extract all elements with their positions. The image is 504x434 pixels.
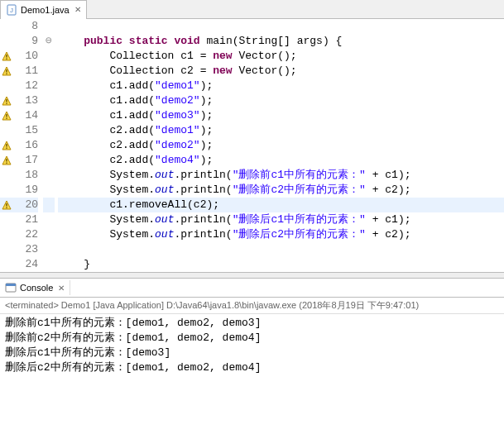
marker-cell xyxy=(0,168,13,183)
code-line[interactable]: c2.add("demo2"); xyxy=(58,138,504,153)
code-line[interactable]: } xyxy=(58,257,504,272)
marker-cell xyxy=(0,34,13,49)
line-number: 22 xyxy=(13,227,38,242)
line-number: 21 xyxy=(13,212,38,227)
line-number: 12 xyxy=(13,79,38,93)
line-number: 14 xyxy=(13,108,38,123)
fold-cell xyxy=(43,108,55,123)
code-line[interactable]: c1.add("demo3"); xyxy=(58,108,504,123)
marker-cell xyxy=(0,257,13,272)
console-icon xyxy=(5,282,17,293)
fold-cell xyxy=(43,79,55,93)
marker-cell xyxy=(0,212,13,227)
svg-rect-22 xyxy=(6,207,7,208)
code-line[interactable]: Collection c2 = new Vector(); xyxy=(58,64,504,79)
line-number: 15 xyxy=(13,123,38,138)
fold-cell[interactable]: ⊖ xyxy=(43,34,55,49)
marker-cell xyxy=(0,79,13,93)
line-number: 16 xyxy=(13,138,38,153)
console-line: 删除后c1中所有的元素：[demo3] xyxy=(5,346,499,360)
code-area[interactable]: public static void main(String[] args) {… xyxy=(55,19,504,272)
fold-gutter: ⊖ xyxy=(43,19,55,272)
svg-rect-3 xyxy=(6,55,7,58)
close-icon[interactable]: ✕ xyxy=(74,5,81,14)
close-icon[interactable]: ✕ xyxy=(58,284,65,293)
marker-gutter xyxy=(0,19,13,272)
editor-tab[interactable]: J Demo1.java ✕ xyxy=(0,0,87,19)
line-number: 19 xyxy=(13,183,38,198)
console-tab[interactable]: Console ✕ xyxy=(0,280,70,295)
svg-rect-18 xyxy=(6,159,7,162)
code-line[interactable]: System.out.println("删除后c1中所有的元素：" + c1); xyxy=(58,212,504,227)
marker-cell xyxy=(0,242,13,257)
console-status: <terminated> Demo1 [Java Application] D:… xyxy=(0,298,504,314)
code-editor[interactable]: 89101112131415161718192021222324 ⊖ publi… xyxy=(0,19,504,272)
marker-cell xyxy=(0,198,13,212)
editor-tab-label: Demo1.java xyxy=(21,5,70,15)
line-number: 9 xyxy=(13,34,38,49)
sash[interactable] xyxy=(0,272,504,279)
marker-cell xyxy=(0,108,13,123)
marker-cell xyxy=(0,64,13,79)
line-number: 23 xyxy=(13,242,38,257)
code-line[interactable]: System.out.println("删除前c1中所有的元素：" + c1); xyxy=(58,168,504,183)
console-line: 删除前c1中所有的元素：[demo1, demo2, demo3] xyxy=(5,316,499,331)
marker-cell xyxy=(0,138,13,153)
marker-cell xyxy=(0,153,13,168)
code-line[interactable]: System.out.println("删除后c2中所有的元素：" + c2); xyxy=(58,227,504,242)
fold-cell xyxy=(43,198,55,212)
code-line[interactable] xyxy=(58,19,504,34)
svg-rect-12 xyxy=(6,114,7,117)
fold-cell xyxy=(43,168,55,183)
line-number: 24 xyxy=(13,257,38,272)
fold-cell xyxy=(43,183,55,198)
fold-cell xyxy=(43,93,55,108)
code-line[interactable]: public static void main(String[] args) { xyxy=(58,34,504,49)
svg-rect-15 xyxy=(6,144,7,147)
svg-text:J: J xyxy=(10,7,13,14)
fold-cell xyxy=(43,19,55,34)
svg-rect-9 xyxy=(6,99,7,103)
line-number: 8 xyxy=(13,19,38,34)
svg-rect-24 xyxy=(6,284,16,286)
line-number: 18 xyxy=(13,168,38,183)
console-tab-bar: Console ✕ xyxy=(0,279,504,298)
code-line[interactable]: c2.add("demo1"); xyxy=(58,123,504,138)
marker-cell xyxy=(0,123,13,138)
svg-rect-4 xyxy=(6,59,7,60)
fold-cell xyxy=(43,138,55,153)
console-output[interactable]: 删除前c1中所有的元素：[demo1, demo2, demo3]删除前c2中所… xyxy=(0,314,504,377)
svg-rect-10 xyxy=(6,103,7,104)
fold-cell xyxy=(43,257,55,272)
console-line: 删除后c2中所有的元素：[demo1, demo2, demo4] xyxy=(5,360,499,375)
console-tab-label: Console xyxy=(20,283,53,293)
line-number-gutter: 89101112131415161718192021222324 xyxy=(13,19,43,272)
java-file-icon: J xyxy=(6,4,17,16)
line-number: 13 xyxy=(13,93,38,108)
code-line[interactable]: c1.removeAll(c2); xyxy=(58,198,504,212)
fold-cell xyxy=(43,153,55,168)
fold-cell xyxy=(43,123,55,138)
code-line[interactable]: System.out.println("删除前c2中所有的元素：" + c2); xyxy=(58,183,504,198)
marker-cell xyxy=(0,19,13,34)
svg-rect-21 xyxy=(6,203,7,207)
line-number: 20 xyxy=(13,198,38,212)
line-number: 17 xyxy=(13,153,38,168)
code-line[interactable]: c2.add("demo4"); xyxy=(58,153,504,168)
marker-cell xyxy=(0,49,13,64)
fold-cell xyxy=(43,227,55,242)
code-line[interactable]: c1.add("demo1"); xyxy=(58,79,504,93)
svg-rect-19 xyxy=(6,163,7,164)
line-number: 11 xyxy=(13,64,38,79)
code-line[interactable] xyxy=(58,242,504,257)
fold-cell xyxy=(43,212,55,227)
code-line[interactable]: c1.add("demo2"); xyxy=(58,93,504,108)
editor-tab-bar: J Demo1.java ✕ xyxy=(0,0,504,19)
marker-cell xyxy=(0,227,13,242)
fold-cell xyxy=(43,64,55,79)
code-line[interactable]: Collection c1 = new Vector(); xyxy=(58,49,504,64)
marker-cell xyxy=(0,93,13,108)
svg-rect-16 xyxy=(6,148,7,149)
console-line: 删除前c2中所有的元素：[demo1, demo2, demo4] xyxy=(5,331,499,346)
line-number: 10 xyxy=(13,49,38,64)
